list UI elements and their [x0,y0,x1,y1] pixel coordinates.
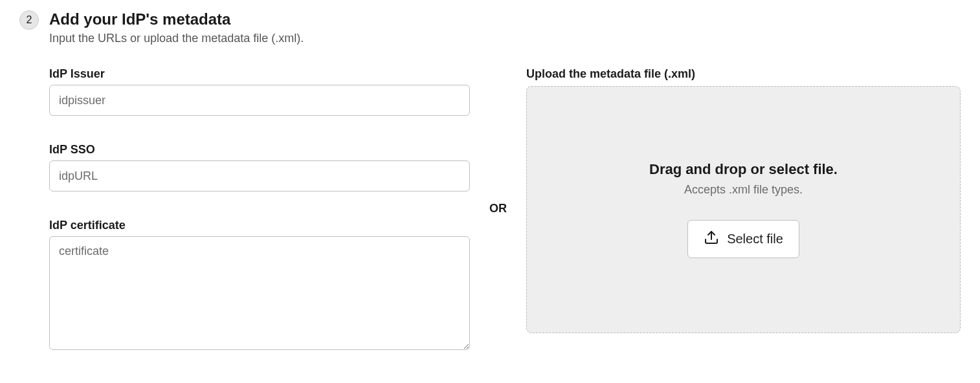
idp-sso-label: IdP SSO [49,143,470,157]
idp-certificate-input[interactable] [49,236,470,350]
select-file-button-label: Select file [727,232,783,246]
idp-certificate-group: IdP certificate [49,219,470,350]
step-container: 2 Add your IdP's metadata Input the URLs… [19,9,961,350]
manual-fields-column: IdP Issuer IdP SSO IdP certificate [49,67,470,350]
upload-icon [704,230,719,248]
select-file-button[interactable]: Select file [687,220,799,258]
idp-issuer-input[interactable] [49,85,470,116]
idp-issuer-label: IdP Issuer [49,67,470,81]
content-row: IdP Issuer IdP SSO IdP certificate OR Up… [49,67,961,350]
file-dropzone[interactable]: Drag and drop or select file. Accepts .x… [526,86,961,333]
upload-column: Upload the metadata file (.xml) Drag and… [526,67,961,333]
step-subtitle: Input the URLs or upload the metadata fi… [49,32,961,45]
upload-label: Upload the metadata file (.xml) [526,67,961,81]
idp-certificate-label: IdP certificate [49,219,470,232]
step-title: Add your IdP's metadata [49,9,961,29]
idp-issuer-group: IdP Issuer [49,67,470,116]
idp-sso-input[interactable] [49,160,470,192]
dropzone-title: Drag and drop or select file. [649,161,838,178]
idp-sso-group: IdP SSO [49,143,470,192]
step-body: Add your IdP's metadata Input the URLs o… [49,9,961,350]
step-number: 2 [27,14,32,26]
or-separator: OR [489,202,507,215]
dropzone-subtitle: Accepts .xml file types. [684,183,803,197]
step-number-badge: 2 [19,10,39,30]
